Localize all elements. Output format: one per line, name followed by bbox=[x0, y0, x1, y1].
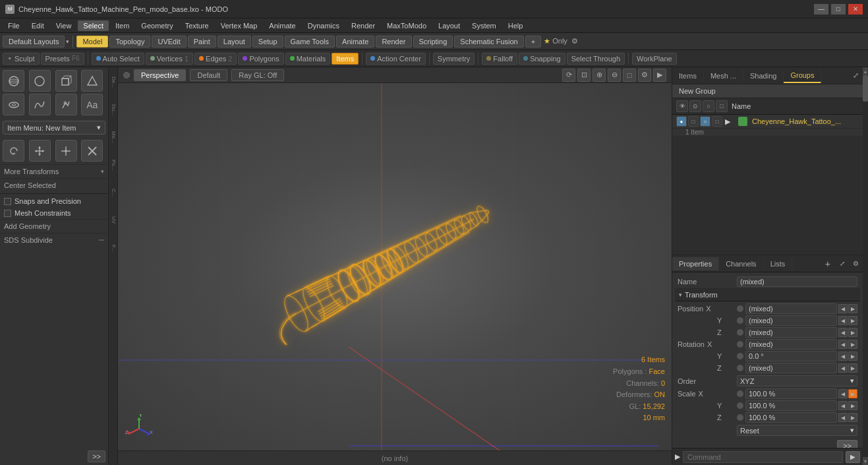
scale-y-next[interactable]: ▶ bbox=[848, 401, 857, 410]
rp-tab-mesh[interactable]: Mesh ... bbox=[704, 69, 743, 82]
props-settings-btn[interactable]: ⚙ bbox=[849, 258, 863, 269]
sds-subdivide-section[interactable]: SDS Subdivide bbox=[0, 233, 108, 247]
play-icon[interactable]: ▶ bbox=[653, 69, 666, 82]
workplane-btn[interactable]: WorkPlane bbox=[632, 53, 677, 65]
settings-icon[interactable]: ⚙ bbox=[638, 69, 651, 82]
more-button[interactable]: >> bbox=[88, 450, 105, 462]
rp-tab-shading[interactable]: Shading bbox=[743, 69, 784, 82]
pos-z-input[interactable]: (mixed) bbox=[745, 327, 837, 338]
toolbar-tab-setup[interactable]: Setup bbox=[252, 36, 283, 47]
toolbar-tab-schematicfusion[interactable]: Schematic Fusion bbox=[454, 36, 523, 47]
eye-icon-row1[interactable]: ● bbox=[676, 116, 687, 127]
scale-z-input[interactable]: 100.0 % bbox=[745, 412, 837, 423]
pos-z-next[interactable]: ▶ bbox=[848, 328, 857, 337]
menubar-item-layout[interactable]: Layout bbox=[433, 20, 465, 31]
scroll-down-arrow[interactable]: ▼ bbox=[863, 457, 868, 465]
cube-tool[interactable] bbox=[55, 70, 77, 92]
rp-tab-groups[interactable]: Groups bbox=[784, 69, 821, 83]
viewport-menu-dot[interactable] bbox=[123, 72, 130, 78]
scroll-up-arrow[interactable]: ▲ bbox=[863, 67, 868, 75]
pos-y-next[interactable]: ▶ bbox=[848, 316, 857, 325]
scale-y-prev[interactable]: ◀ bbox=[838, 401, 848, 410]
zoom-out-icon[interactable]: ⊖ bbox=[608, 69, 621, 82]
command-input[interactable] bbox=[683, 451, 843, 463]
vertices-btn[interactable]: Vertices 1 bbox=[146, 53, 193, 65]
menubar-item-select[interactable]: Select bbox=[78, 20, 109, 31]
pos-x-prev[interactable]: ◀ bbox=[838, 304, 848, 313]
menubar-item-animate[interactable]: Animate bbox=[264, 20, 301, 31]
navigation-cube[interactable]: X Y Z bbox=[125, 414, 154, 444]
item-menu[interactable]: Item Menu: New Item ▾ bbox=[3, 121, 105, 135]
menubar-item-file[interactable]: File bbox=[3, 20, 25, 31]
menubar-item-help[interactable]: Help bbox=[503, 20, 529, 31]
props-expand-btn[interactable]: ⤢ bbox=[836, 258, 849, 269]
name-input[interactable]: (mixed) bbox=[737, 276, 857, 287]
rp-expand-icon[interactable]: ⤢ bbox=[849, 69, 863, 82]
autoselect-btn[interactable]: Auto Select bbox=[92, 53, 144, 65]
close-button[interactable]: ✕ bbox=[848, 4, 863, 15]
symmetry-btn[interactable]: Symmetry bbox=[433, 53, 475, 65]
minimize-button[interactable]: — bbox=[814, 4, 828, 15]
circle-tool[interactable] bbox=[29, 70, 51, 92]
rot-z-next[interactable]: ▶ bbox=[848, 363, 857, 373]
rp-tab-items[interactable]: Items bbox=[672, 69, 704, 82]
menubar-item-edit[interactable]: Edit bbox=[26, 20, 49, 31]
render-icon-row1[interactable]: ○ bbox=[700, 116, 710, 127]
rot-y-prev[interactable]: ◀ bbox=[838, 352, 848, 361]
edges-btn[interactable]: Edges 2 bbox=[194, 53, 237, 65]
new-group-button[interactable]: New Group bbox=[672, 84, 863, 98]
vis-lock-icon[interactable]: ⊙ bbox=[689, 100, 701, 112]
render-icon[interactable]: □ bbox=[623, 69, 636, 82]
sel-icon-row1[interactable]: □ bbox=[712, 116, 722, 127]
center-selected-section[interactable]: Center Selected bbox=[0, 178, 108, 192]
rot-x-input[interactable]: (mixed) bbox=[745, 339, 837, 350]
rot-x-prev[interactable]: ◀ bbox=[838, 340, 848, 349]
curve-tool[interactable] bbox=[29, 94, 51, 115]
toolbar-tab-topology[interactable]: Topology bbox=[109, 36, 150, 47]
add-geometry-section[interactable]: Add Geometry bbox=[0, 219, 108, 233]
layout-dropdown[interactable]: Default Layouts ▾ bbox=[3, 36, 69, 47]
more-transforms-section[interactable]: More Transforms ▾ bbox=[0, 164, 108, 178]
viewport-perspective-tab[interactable]: Perspective bbox=[134, 69, 186, 81]
vis-render-icon[interactable]: ○ bbox=[703, 100, 714, 112]
rot-x-next[interactable]: ▶ bbox=[848, 340, 857, 349]
items-btn[interactable]: Items bbox=[332, 53, 359, 65]
snapping-btn[interactable]: Snapping bbox=[519, 53, 565, 65]
viewport-canvas[interactable]: 6 Items Polygons : Face Channels: 0 Defo… bbox=[118, 83, 672, 450]
vis-eye-icon[interactable]: 👁 bbox=[676, 100, 688, 112]
pos-x-next[interactable]: ▶ bbox=[848, 304, 857, 313]
menubar-item-maxtomodo[interactable]: MaxToModo bbox=[382, 20, 432, 31]
toolbar-tab-render[interactable]: Render bbox=[376, 36, 411, 47]
pos-z-prev[interactable]: ◀ bbox=[838, 328, 848, 337]
add-tab-btn[interactable]: + bbox=[525, 36, 541, 47]
toolbar-gear-icon[interactable]: ⚙ bbox=[569, 36, 581, 47]
zoom-in-icon[interactable]: ⊕ bbox=[593, 69, 606, 82]
toolbar-tab-gametools[interactable]: Game Tools bbox=[285, 36, 335, 47]
group-row-1[interactable]: ● □ ○ □ ▶ Cheyenne_Hawk_Tattoo_... bbox=[672, 115, 863, 129]
command-execute-button[interactable]: ▶ bbox=[846, 451, 860, 463]
props-tab-channels[interactable]: Channels bbox=[719, 257, 763, 270]
action-center-btn[interactable]: Action Center bbox=[366, 53, 426, 65]
move-tool[interactable] bbox=[29, 140, 51, 162]
right-scrollbar[interactable]: ▲ ▼ bbox=[863, 67, 868, 465]
scale-x-next[interactable]: ▶ bbox=[848, 389, 857, 398]
scale-y-input[interactable]: 100.0 % bbox=[745, 400, 837, 411]
toolbar-tab-uvedit[interactable]: UVEdit bbox=[152, 36, 186, 47]
menubar-item-render[interactable]: Render bbox=[346, 20, 380, 31]
snaps-precision-item[interactable]: Snaps and Precision bbox=[0, 195, 108, 207]
rotate-tool[interactable] bbox=[3, 140, 24, 162]
selectthrough-btn[interactable]: Select Through bbox=[567, 53, 625, 65]
text-tool[interactable]: Aa bbox=[81, 94, 103, 115]
menubar-item-item[interactable]: Item bbox=[110, 20, 134, 31]
scale-tool[interactable] bbox=[55, 140, 77, 162]
rot-y-input[interactable]: 0.0 ° bbox=[745, 351, 837, 361]
zoom-fit-icon[interactable]: ⊡ bbox=[577, 69, 591, 82]
menubar-item-vertex map[interactable]: Vertex Map bbox=[216, 20, 263, 31]
toolbar-tab-paint[interactable]: Paint bbox=[188, 36, 216, 47]
menubar-item-system[interactable]: System bbox=[467, 20, 502, 31]
scale-z-next[interactable]: ▶ bbox=[848, 413, 857, 422]
menubar-item-view[interactable]: View bbox=[51, 20, 77, 31]
toolbar-tab-model[interactable]: Model bbox=[76, 36, 108, 47]
scroll-thumb[interactable] bbox=[863, 75, 868, 102]
polygons-btn[interactable]: Polygons bbox=[238, 53, 283, 65]
